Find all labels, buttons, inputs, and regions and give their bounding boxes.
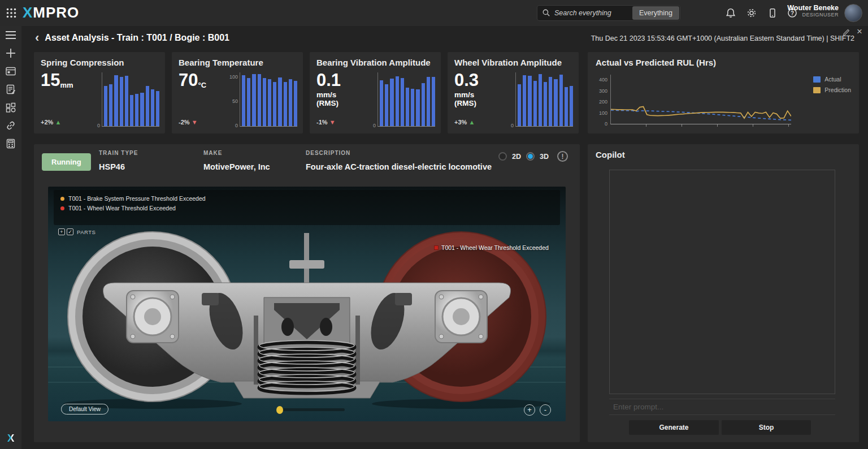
kpi-delta: -2% ▼ [179, 119, 198, 126]
xmpro-x-logo: X [0, 432, 21, 444]
left-sidebar: X [0, 26, 21, 449]
notifications-bell-icon[interactable] [725, 7, 736, 19]
copilot-output-area [609, 170, 835, 394]
view-mode-toggle: 2D 3D ! [498, 151, 568, 162]
kpi-card-bearing-temperature: Bearing Temperature 70°C -2% ▼ 100500 [172, 52, 303, 133]
parts-tree-control: + ✓ PARTS [58, 228, 96, 235]
viewer-slider-track[interactable] [281, 408, 345, 411]
stop-button[interactable]: Stop [722, 420, 811, 435]
user-info[interactable]: Wouter Beneke DESIGNUSER [787, 4, 839, 18]
legend-item-actual: Actual [813, 76, 851, 83]
search-input[interactable] [554, 9, 632, 17]
kpi-card-spring-compression: Spring Compression 15mm +2% ▲ 0 [34, 52, 165, 133]
checkbox-checked-icon[interactable]: ✓ [67, 228, 73, 235]
info-icon[interactable]: ! [557, 151, 568, 162]
radio-3d-label[interactable]: 3D [540, 153, 549, 161]
kpi-axis-labels: 0 [503, 74, 515, 128]
kpi-delta: -1% ▼ [316, 119, 336, 126]
link-icon[interactable] [0, 116, 21, 135]
default-view-button[interactable]: Default View [61, 404, 108, 415]
prediction-swatch [813, 87, 821, 93]
dashboard-timestamp: Thu Dec 21 2023 15:53:46 GMT+1000 (Austr… [591, 34, 854, 42]
kpi-axis-labels: 100500 [227, 74, 240, 128]
top-bar: XMPRO Everything ? Wouter Beneke DESIGNU… [0, 0, 868, 26]
trend-up-icon: ▲ [468, 119, 475, 126]
status-badge: Running [42, 153, 91, 171]
asset-detail-card: Running TRAIN TYPE HSP46 MAKE MotivePowe… [34, 144, 580, 442]
search-bar[interactable]: Everything [537, 5, 680, 21]
radio-2d-label[interactable]: 2D [512, 153, 521, 161]
critical-dot-icon [60, 206, 64, 210]
kpi-value: 70 [179, 70, 198, 90]
page-title-text: Asset Analysis - Train : T001 / Bogie : … [45, 33, 229, 43]
back-button[interactable]: ‹ [35, 33, 39, 42]
kpi-unit: mm/s(RMS) [454, 90, 503, 107]
expand-icon[interactable]: + [58, 228, 65, 235]
search-scope-button[interactable]: Everything [632, 6, 679, 20]
field-train-type: TRAIN TYPE HSP46 [99, 150, 138, 171]
warning-dot-icon [60, 197, 64, 201]
parts-label: PARTS [77, 229, 96, 235]
kpi-bar-chart [515, 72, 573, 127]
trend-down-icon: ▼ [329, 119, 336, 126]
page-title: ‹ Asset Analysis - Train : T001 / Bogie … [35, 33, 229, 43]
kpi-value: 15 [41, 70, 60, 90]
trend-up-icon: ▲ [55, 119, 61, 126]
xmpro-logo: XMPRO [23, 4, 79, 21]
copilot-title: Copilot [596, 150, 859, 159]
prompt-input[interactable] [613, 403, 835, 411]
zoom-in-button[interactable]: + [524, 404, 535, 416]
kpi-title: Bearing Vibration Amplitude [316, 58, 434, 67]
menu-icon[interactable] [0, 26, 21, 44]
zoom-out-button[interactable]: - [540, 404, 551, 416]
user-name: Wouter Beneke [787, 4, 839, 12]
rul-legend: Actual Prediction [813, 76, 851, 97]
mobile-device-icon[interactable] [767, 7, 778, 19]
kpi-unit: mm [60, 81, 73, 89]
wheel-wear-annotation[interactable]: T001 - Wheel Wear Threshold Exceeded [434, 244, 549, 251]
window-icon[interactable] [0, 62, 21, 80]
calculator-icon[interactable] [0, 135, 21, 153]
kpi-bar-chart [377, 72, 435, 127]
kpi-title: Bearing Temperature [179, 58, 296, 67]
alert-wheel-wear[interactable]: T001 - Wheel Wear Threshold Exceeded [60, 205, 553, 211]
form-icon[interactable] [0, 80, 21, 98]
copilot-panel: Copilot Generate Stop [588, 144, 859, 442]
avatar[interactable] [844, 4, 862, 22]
radio-3d[interactable] [526, 152, 535, 161]
radio-2d[interactable] [498, 152, 507, 161]
field-description: DESCRIPTION Four-axle AC-traction diesel… [306, 150, 492, 171]
kpi-card-bearing-vibration: Bearing Vibration Amplitude 0.1 mm/s(RMS… [310, 52, 441, 133]
rul-plot-area [610, 75, 791, 124]
trend-down-icon: ▼ [192, 119, 198, 126]
kpi-delta: +3% ▲ [454, 119, 475, 126]
kpi-unit: °C [198, 81, 206, 89]
kpi-unit: mm/s(RMS) [316, 90, 365, 107]
legend-item-prediction: Prediction [813, 87, 851, 93]
search-icon [542, 8, 551, 18]
viewer-slider-handle[interactable] [276, 406, 283, 414]
main-content: ‹ Asset Analysis - Train : T001 / Bogie … [21, 26, 868, 449]
kpi-value: 0.1 [316, 70, 341, 90]
kpi-bar-chart [240, 72, 297, 127]
add-icon[interactable] [0, 44, 21, 62]
viewer-alert-box: T001 - Brake System Pressure Threshold E… [54, 190, 560, 225]
kpi-delta: +2% ▲ [41, 119, 61, 126]
kpi-bar-chart [102, 72, 159, 127]
close-icon[interactable]: × [857, 26, 862, 37]
generate-button[interactable]: Generate [629, 420, 719, 435]
settings-gear-icon[interactable] [746, 7, 757, 19]
alert-marker-icon [434, 245, 439, 250]
field-make: MAKE MotivePower, Inc [203, 150, 270, 171]
widgets-icon[interactable] [0, 98, 21, 116]
kpi-title: Wheel Vibration Amplitude [454, 58, 572, 67]
kpi-card-wheel-vibration: Wheel Vibration Amplitude 0.3 mm/s(RMS) … [448, 52, 579, 133]
3d-viewer[interactable]: T001 - Brake System Pressure Threshold E… [48, 187, 566, 421]
rul-axis-labels: 4003002001000 [596, 77, 610, 127]
kpi-title: Spring Compression [41, 58, 158, 67]
user-role: DESIGNUSER [787, 12, 839, 18]
kpi-axis-labels: 0 [365, 74, 377, 128]
app-grid-icon[interactable] [6, 7, 17, 19]
alert-brake-pressure[interactable]: T001 - Brake System Pressure Threshold E… [60, 195, 553, 202]
bogie-3d-model[interactable] [54, 231, 560, 417]
